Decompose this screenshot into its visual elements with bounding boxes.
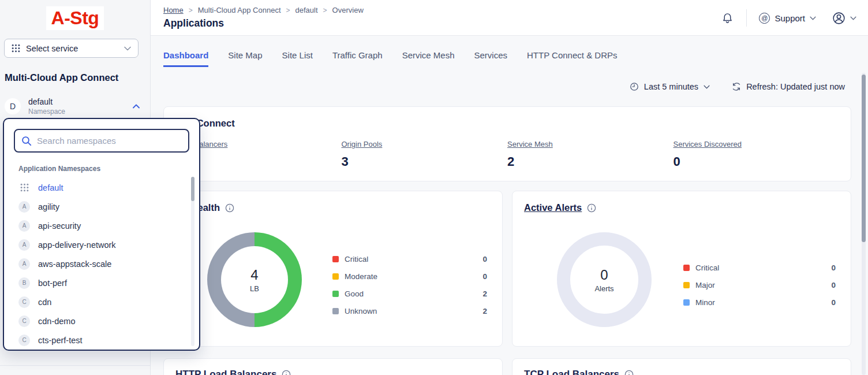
tab-services[interactable]: Services	[474, 50, 508, 67]
stat-value	[175, 154, 342, 169]
support-icon: @	[759, 13, 770, 24]
breadcrumb-item[interactable]: Multi-Cloud App Connect	[198, 6, 281, 14]
breadcrumb-home-link[interactable]: Home	[163, 6, 184, 14]
namespace-item[interactable]: C cdn	[4, 292, 199, 311]
notifications-bell-button[interactable]	[721, 12, 734, 24]
logo[interactable]: A-Stg	[0, 0, 150, 36]
legend-label: Good	[345, 289, 364, 298]
info-icon[interactable]	[225, 203, 234, 213]
top-bar-divider	[746, 9, 747, 27]
namespace-search-input[interactable]	[37, 136, 182, 146]
refresh-status-label: Refresh: Updated just now	[746, 82, 845, 91]
product-title: Multi-Cloud App Connect	[5, 72, 145, 83]
namespace-item[interactable]: A agility	[4, 197, 199, 216]
time-range-selector[interactable]: Last 5 minutes	[630, 82, 710, 91]
donut-unit: LB	[250, 284, 259, 293]
legend-row-unknown: Unknown 2	[332, 302, 487, 320]
support-menu[interactable]: @ Support	[759, 13, 816, 24]
namespace-item[interactable]: A app-delivery-network	[4, 235, 199, 254]
namespace-item-label: cdn-demo	[38, 317, 75, 326]
letter-avatar: C	[18, 335, 30, 346]
legend-swatch-good	[332, 291, 339, 297]
stat-value: 2	[507, 154, 674, 169]
grid-icon	[18, 183, 30, 192]
namespace-item-default[interactable]: default	[4, 178, 199, 197]
stat-load-balancers: Load Balancers	[175, 139, 342, 169]
namespace-selector[interactable]: D default Namespace	[5, 96, 143, 117]
tab-service-mesh[interactable]: Service Mesh	[402, 50, 455, 67]
legend-label: Unknown	[345, 307, 377, 315]
info-icon[interactable]	[587, 203, 596, 213]
sidebar-divider	[0, 365, 150, 366]
top-bar: Home Multi-Cloud App Connect default Ove…	[151, 0, 868, 36]
legend-label: Major	[695, 281, 715, 289]
namespace-item-label: api-security	[38, 221, 81, 231]
http-load-balancers-card: HTTP Load Balancers	[163, 358, 503, 375]
letter-avatar: A	[18, 220, 30, 232]
legend-row-moderate: Moderate 0	[332, 268, 487, 285]
top-bar-actions: @ Support	[721, 0, 856, 36]
lb-health-card: LB Health 4 LB	[163, 191, 503, 347]
legend-row-minor: Minor 0	[683, 294, 836, 311]
info-icon[interactable]	[624, 370, 634, 375]
legend-row-good: Good 2	[332, 285, 487, 302]
select-service-dropdown[interactable]: Select service	[4, 39, 139, 58]
dashboard-toolbar: Last 5 minutes Refresh: Updated just now	[151, 67, 868, 106]
namespace-item-label: bot-perf	[38, 279, 67, 288]
stat-label-link[interactable]: Origin Pools	[342, 140, 383, 148]
tab-traffic-graph[interactable]: Traffic Graph	[332, 50, 383, 67]
tcp-load-balancers-title: TCP Load Balancers	[524, 369, 619, 375]
refresh-button[interactable]: Refresh: Updated just now	[732, 82, 845, 91]
namespace-item[interactable]: B bot-perf	[4, 273, 199, 292]
namespace-item[interactable]: A api-security	[4, 216, 199, 235]
account-menu[interactable]	[832, 11, 856, 25]
stat-label-link[interactable]: Service Mesh	[507, 140, 553, 148]
breadcrumb-current: Overview	[332, 6, 364, 14]
active-alerts-donut: 0 Alerts	[557, 232, 652, 327]
namespace-item[interactable]: C cts-perf-test	[4, 331, 199, 350]
legend-value: 2	[482, 307, 487, 315]
legend-label: Moderate	[345, 272, 377, 281]
legend-row-critical: Critical 0	[332, 250, 487, 268]
info-icon[interactable]	[282, 370, 291, 375]
active-alerts-title-link[interactable]: Active Alerts	[524, 202, 582, 213]
legend-swatch-unknown	[332, 308, 339, 314]
stat-origin-pools: Origin Pools 3	[342, 139, 508, 169]
namespace-type-label: Namespace	[28, 107, 65, 116]
breadcrumb-item[interactable]: default	[295, 6, 318, 14]
tab-dashboard[interactable]: Dashboard	[163, 50, 208, 67]
legend-value: 2	[482, 289, 487, 298]
legend-value: 0	[831, 298, 836, 307]
tab-site-list[interactable]: Site List	[282, 50, 313, 67]
legend-swatch-moderate	[332, 273, 339, 280]
namespace-item[interactable]: C cdn-demo	[4, 311, 199, 331]
letter-avatar: A	[18, 258, 30, 270]
namespace-current-name: default	[28, 97, 65, 106]
tcp-load-balancers-card: TCP Load Balancers	[512, 358, 851, 375]
dropdown-scrollbar-thumb[interactable]	[191, 177, 194, 201]
breadcrumb-separator	[286, 6, 290, 14]
chevron-down-icon	[704, 85, 710, 89]
main-area: Home Multi-Cloud App Connect default Ove…	[151, 0, 868, 375]
breadcrumb-separator	[189, 6, 193, 14]
legend-label: Minor	[695, 298, 715, 307]
tab-site-map[interactable]: Site Map	[228, 50, 262, 67]
namespace-item-label: cdn	[38, 298, 51, 307]
legend-swatch-minor	[683, 299, 690, 306]
legend-label: Critical	[345, 255, 368, 263]
support-label: Support	[775, 13, 805, 23]
namespace-item[interactable]: A aws-appstack-scale	[4, 254, 199, 273]
stat-label-link[interactable]: Services Discovered	[674, 140, 742, 148]
namespace-item-label: aws-appstack-scale	[38, 259, 111, 269]
namespace-avatar: D	[5, 98, 21, 114]
http-load-balancers-title: HTTP Load Balancers	[175, 369, 276, 375]
namespace-dropdown-panel: Application Namespaces default A agility…	[3, 118, 200, 351]
letter-avatar: A	[18, 239, 30, 251]
main-scrollbar-thumb[interactable]	[862, 75, 866, 242]
tab-http-connect-drps[interactable]: HTTP Connect & DRPs	[527, 50, 617, 67]
letter-avatar: C	[18, 296, 30, 308]
stat-service-mesh: Service Mesh 2	[507, 139, 674, 169]
lb-health-donut-center: 4 LB	[207, 232, 302, 327]
lb-health-donut: 4 LB	[207, 232, 302, 327]
namespace-search-box[interactable]	[14, 129, 189, 153]
